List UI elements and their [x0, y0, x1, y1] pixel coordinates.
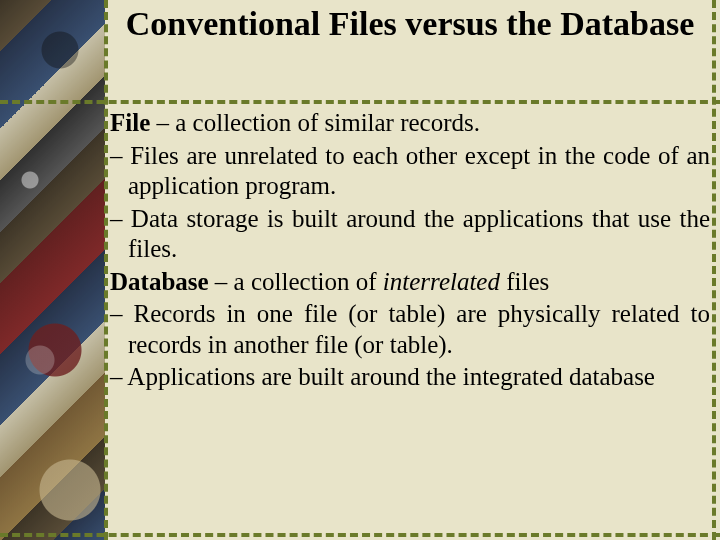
database-def-prefix: – a collection of: [209, 268, 383, 295]
dashed-border-right: [712, 0, 716, 540]
file-bullet-1: – Files are unrelated to each other exce…: [110, 141, 710, 202]
file-def-text: – a collection of similar records.: [150, 109, 480, 136]
database-def-suffix: files: [500, 268, 549, 295]
slide-title: Conventional Files versus the Database: [110, 4, 710, 43]
dashed-border-mid: [0, 100, 720, 104]
decorative-left-strip: [0, 0, 105, 540]
database-def-em: interrelated: [383, 268, 500, 295]
slide: Conventional Files versus the Database F…: [0, 0, 720, 540]
database-bullet-2: – Applications are built around the inte…: [110, 362, 710, 393]
file-term: File: [110, 109, 150, 136]
database-bullet-1: – Records in one file (or table) are phy…: [110, 299, 710, 360]
slide-body: File – a collection of similar records. …: [110, 108, 710, 395]
database-term: Database: [110, 268, 209, 295]
file-definition: File – a collection of similar records.: [110, 108, 710, 139]
file-bullet-2: – Data storage is built around the appli…: [110, 204, 710, 265]
dashed-border-bottom: [0, 533, 720, 537]
database-definition: Database – a collection of interrelated …: [110, 267, 710, 298]
